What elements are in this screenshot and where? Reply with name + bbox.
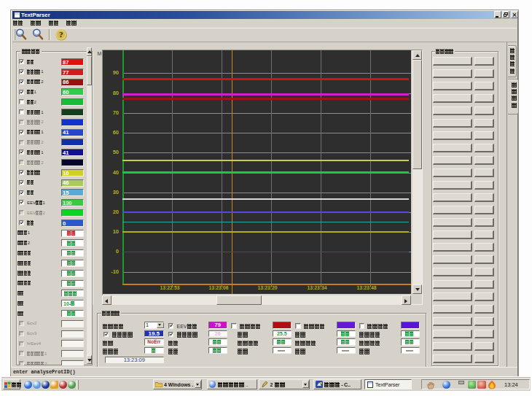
svg-text:?: ? bbox=[59, 30, 63, 39]
